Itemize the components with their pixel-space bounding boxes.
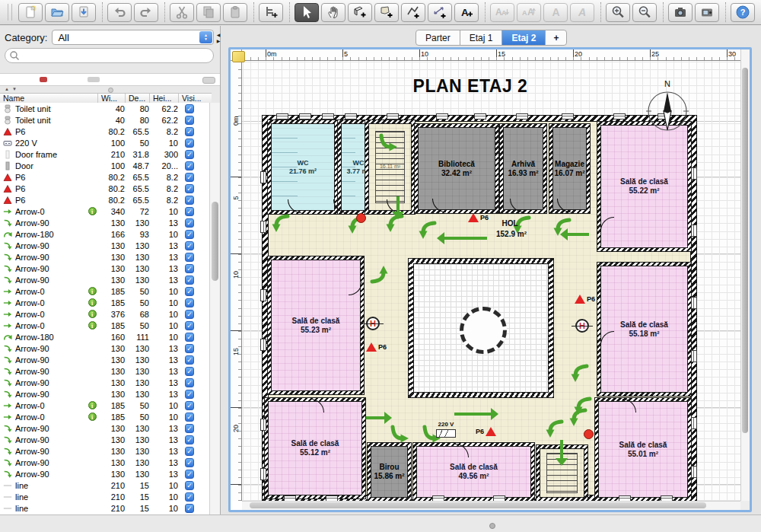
sidebar-scrollbar[interactable]: [209, 103, 220, 514]
furniture-row[interactable]: Arrow-9013013013✓: [0, 365, 212, 377]
power-socket-symbol[interactable]: 220 V: [433, 422, 459, 438]
plan-title[interactable]: PLAN ETAJ 2: [371, 76, 569, 97]
hydrant-symbol[interactable]: H: [575, 319, 589, 333]
visible-checkbox[interactable]: ✓: [178, 447, 201, 456]
evacuation-arrow[interactable]: [419, 220, 438, 240]
furniture-row[interactable]: line2101510✓: [0, 491, 212, 502]
furniture-row[interactable]: Toilet unit408062.2✓: [0, 114, 212, 126]
room-sala-55-23[interactable]: Sală de clasă55.23 m²: [268, 256, 364, 394]
sort-desc-icon[interactable]: ▼: [12, 87, 17, 91]
visible-checkbox[interactable]: ✓: [178, 161, 201, 170]
visible-checkbox[interactable]: ✓: [178, 344, 201, 353]
visible-checkbox[interactable]: ✓: [178, 184, 201, 193]
room-sala-49-56[interactable]: Sală de clasă49.56 m²: [413, 443, 534, 501]
expand-sidebar-icon[interactable]: ▶: [215, 38, 221, 44]
fire-extinguisher-symbol[interactable]: P6: [468, 213, 489, 222]
visible-checkbox[interactable]: ✓: [178, 116, 201, 125]
plan-vscroll-thumb[interactable]: [742, 68, 748, 433]
evacuation-arrow[interactable]: [390, 423, 409, 443]
room-sala-55-18[interactable]: Sală de clasă55.18 m²: [597, 263, 691, 396]
column-header-visi[interactable]: Visi...: [178, 94, 212, 103]
plan-horizontal-scrollbar[interactable]: [242, 501, 740, 510]
sidebar-scroll-thumb[interactable]: [212, 202, 218, 281]
furniture-row[interactable]: 220 V1005010✓: [0, 137, 212, 148]
furniture-row[interactable]: Arrow-0i1855010✓: [0, 411, 212, 422]
visible-checkbox[interactable]: ✓: [178, 378, 201, 387]
furniture-row[interactable]: Arrow-9013013013✓: [0, 274, 212, 285]
zoom-in-button[interactable]: [606, 3, 630, 22]
copy-button[interactable]: [196, 3, 221, 22]
open-button[interactable]: [45, 3, 69, 22]
evacuation-arrow[interactable]: [571, 363, 591, 383]
toolbar-drag-handle[interactable]: [8, 4, 12, 21]
extinguisher-dot-symbol[interactable]: [584, 429, 594, 439]
visible-checkbox[interactable]: ✓: [178, 104, 201, 113]
furniture-row[interactable]: Door10048.720...✓: [0, 160, 212, 171]
pan-tool-button[interactable]: [321, 3, 345, 22]
room-sala-55-12[interactable]: Sală de clasă55.12 m²: [265, 398, 365, 499]
visible-checkbox[interactable]: ✓: [178, 355, 201, 365]
furniture-row[interactable]: P680.265.58.2✓: [0, 171, 212, 183]
furniture-row[interactable]: line2101510✓: [0, 479, 212, 491]
sidebar-sash[interactable]: ◀▶: [215, 32, 221, 44]
visible-checkbox[interactable]: ✓: [178, 150, 201, 159]
evacuation-arrow[interactable]: [392, 196, 404, 219]
create-photo-button[interactable]: [668, 3, 693, 22]
furniture-row[interactable]: Arrow-0i3407210✓: [0, 205, 212, 217]
furniture-row[interactable]: Arrow-9013013013✓: [0, 388, 212, 400]
compass[interactable]: N: [645, 78, 690, 134]
zoom-out-button[interactable]: [632, 3, 657, 22]
visible-checkbox[interactable]: ✓: [178, 321, 201, 330]
visible-checkbox[interactable]: ✓: [178, 492, 201, 502]
furniture-row[interactable]: Toilet unit408062.2✓: [0, 103, 212, 114]
decrease-text-size-button[interactable]: AA: [490, 3, 514, 22]
furniture-row[interactable]: P680.265.58.2✓: [0, 194, 212, 205]
italic-button[interactable]: A: [570, 3, 594, 22]
bold-button[interactable]: A: [543, 3, 568, 22]
plan-hscroll-thumb[interactable]: [250, 502, 706, 508]
dropdown-stepper-icon[interactable]: ▲▼: [199, 31, 212, 43]
note-icon[interactable]: [232, 51, 245, 62]
evacuation-arrow[interactable]: [574, 396, 594, 416]
visible-checkbox[interactable]: ✓: [178, 470, 201, 479]
furniture-row[interactable]: Arrow-9013013013✓: [0, 422, 212, 434]
hydrant-symbol[interactable]: H: [366, 317, 380, 330]
visible-checkbox[interactable]: ✓: [178, 413, 201, 422]
evacuation-arrow[interactable]: [368, 265, 388, 285]
room-sala-55-01[interactable]: Sală de clasă55.01 m²: [595, 398, 691, 501]
furniture-row[interactable]: Arrow-9013013013✓: [0, 240, 212, 251]
visible-checkbox[interactable]: ✓: [178, 207, 201, 216]
fire-extinguisher-symbol[interactable]: P6: [366, 342, 387, 352]
create-polylines-button[interactable]: [401, 3, 425, 22]
new-document-button[interactable]: [18, 3, 43, 22]
evacuation-arrow[interactable]: [560, 228, 589, 241]
evacuation-arrow[interactable]: [437, 232, 487, 244]
panel-divider[interactable]: ▲ ▼: [0, 85, 220, 93]
create-dimensions-button[interactable]: [428, 3, 452, 22]
visible-checkbox[interactable]: ✓: [178, 298, 201, 307]
furniture-row[interactable]: P680.265.58.2✓: [0, 183, 212, 194]
visible-checkbox[interactable]: ✓: [178, 127, 201, 136]
furniture-row[interactable]: Arrow-9013013013✓: [0, 377, 212, 388]
evacuation-arrow[interactable]: [556, 440, 568, 466]
create-rooms-button[interactable]: [374, 3, 399, 22]
furniture-row[interactable]: line2101510✓: [0, 502, 212, 514]
divider-handle-icon[interactable]: [489, 523, 495, 529]
visible-checkbox[interactable]: ✓: [178, 287, 201, 296]
furniture-row[interactable]: Arrow-0i3766810✓: [0, 308, 212, 320]
redo-button[interactable]: [134, 3, 158, 22]
create-walls-button[interactable]: [348, 3, 372, 22]
catalog-strip[interactable]: [0, 73, 220, 86]
visible-checkbox[interactable]: ✓: [178, 173, 201, 182]
help-button[interactable]: ?: [731, 3, 755, 22]
visible-checkbox[interactable]: ✓: [178, 276, 201, 285]
column-header-name[interactable]: Name: [0, 94, 97, 103]
catalog-scroll-button[interactable]: [202, 77, 215, 84]
evacuation-arrow[interactable]: [272, 213, 291, 233]
increase-text-size-button[interactable]: AA: [517, 3, 541, 22]
cut-button[interactable]: [170, 3, 194, 22]
plan-vertical-scrollbar[interactable]: [740, 49, 750, 501]
paste-button[interactable]: [223, 3, 247, 22]
evacuation-arrow[interactable]: [454, 408, 498, 420]
visible-checkbox[interactable]: ✓: [178, 230, 201, 239]
